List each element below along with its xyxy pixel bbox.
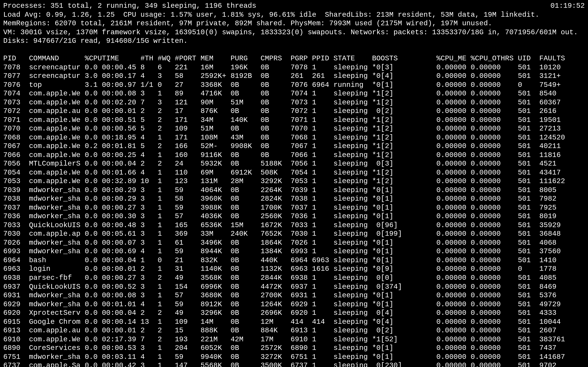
table-row: 6993 mdworker_sha 0.0 00:00.69 4 1 59 89… xyxy=(3,247,585,256)
table-row: 7066 com.apple.We 0.0 00:00.25 4 1 160 9… xyxy=(3,151,585,160)
header-vm-net: VM: 3001G vsize, 1370M framework vsize, … xyxy=(3,28,585,37)
header-load-cpu: Load Avg: 0.99, 1.26, 1.25 CPU usage: 1.… xyxy=(3,10,585,19)
table-row: 7054 com.apple.We 0.0 00:01.66 4 1 110 6… xyxy=(3,168,585,177)
table-row: 7026 mdworker_sha 0.0 00:00.07 3 1 61 34… xyxy=(3,239,585,247)
clock: 01:19:52 xyxy=(550,2,585,10)
table-row: 6920 XprotectServ 0.0 00:00.04 2 2 49 32… xyxy=(3,309,585,317)
table-row: 7073 com.apple.We 0.0 00:02.20 7 3 121 9… xyxy=(3,98,585,107)
table-row: 7078 screencaptur 0.0 00:00.45 8 6 221 1… xyxy=(3,63,585,72)
table-row: 6929 mdworker_sha 0.0 00:01.01 4 1 59 89… xyxy=(3,300,585,309)
table-row: 6890 CoreServices 0.0 00:00.53 3 1 204 6… xyxy=(3,344,585,352)
table-row: 7077 screencaptur 3.0 00:00.17 4 3 58 25… xyxy=(3,72,585,81)
table-row: 7053 com.apple.We 0.0 00:32.89 10 1 123 … xyxy=(3,177,585,186)
table-row: 6737 com.apple.Sa 0.0 00:00.42 3 1 147 5… xyxy=(3,361,585,367)
table-row: 6910 com.apple.We 0.0 02:17.39 7 2 193 2… xyxy=(3,335,585,344)
table-row: 7072 com.apple.au 0.0 00:00.01 2 2 17 87… xyxy=(3,107,585,116)
table-row: 6913 com.apple.au 0.0 00:00.01 2 2 15 88… xyxy=(3,326,585,335)
table-row: 7038 mdworker_sha 0.0 00:00.29 3 1 58 39… xyxy=(3,195,585,203)
header-disks: Disks: 947667/21G read, 914608/15G writt… xyxy=(3,37,585,45)
table-row: 7039 mdworker_sha 0.0 00:00.29 3 1 59 40… xyxy=(3,186,585,195)
column-headers: PID COMMAND %CPUTIME #TH #WQ #PORT MEM P… xyxy=(3,54,585,63)
table-row: 7076 top 3.1 00:00.97 1/1 0 27 3368K 0B … xyxy=(3,81,585,89)
table-row: 7036 mdworker_sha 0.0 00:00.30 3 1 57 40… xyxy=(3,212,585,221)
blank-line xyxy=(3,45,585,54)
table-row: 7070 com.apple.We 0.0 00:00.56 5 2 109 5… xyxy=(3,124,585,133)
table-row: 7056 MTLCompilerS 0.0 00:00.04 2 2 24 59… xyxy=(3,160,585,168)
table-row: 6964 bash 0.0 00:00.04 1 0 21 832K 0B 44… xyxy=(3,256,585,265)
table-row: 7071 com.apple.We 0.0 00:00.51 5 2 171 3… xyxy=(3,116,585,124)
table-row: 7030 com.apple.ap 0.0 00:05.61 3 1 369 3… xyxy=(3,230,585,239)
table-row: 6931 mdworker_sha 0.0 00:00.08 3 1 57 36… xyxy=(3,291,585,300)
table-row: 6938 parsec-fbf 0.0 00:00.27 3 2 49 3568… xyxy=(3,274,585,282)
table-row: 6937 QuickLookUIS 0.0 00:00.52 3 1 154 6… xyxy=(3,282,585,291)
process-table: 7078 screencaptur 0.0 00:00.45 8 6 221 1… xyxy=(3,63,585,367)
table-row: 6915 Google Chrom 0.0 00:00.14 13 1 109 … xyxy=(3,317,585,326)
table-row: 7074 com.apple.We 0.0 00:00.08 3 1 89 47… xyxy=(3,89,585,98)
header-processes: Processes: 351 total, 2 running, 349 sle… xyxy=(3,2,585,10)
table-row: 6751 mdworker_sha 0.0 00:03.11 4 1 59 99… xyxy=(3,352,585,361)
table-row: 7067 com.apple.We 0.2 00:01.81 5 2 166 5… xyxy=(3,142,585,151)
terminal-screen[interactable]: 01:19:52 Processes: 351 total, 2 running… xyxy=(0,0,588,367)
table-row: 7068 com.apple.We 0.0 00:18.95 4 1 171 1… xyxy=(3,133,585,142)
table-row: 6963 login 0.0 00:00.01 2 1 31 1140K 0B … xyxy=(3,265,585,274)
table-row: 7033 QuickLookUIS 0.0 00:00.48 3 1 165 6… xyxy=(3,221,585,230)
table-row: 7037 mdworker_sha 0.0 00:00.27 3 1 59 39… xyxy=(3,203,585,212)
header-memregions: MemRegions: 62070 total, 2161M resident,… xyxy=(3,19,585,28)
